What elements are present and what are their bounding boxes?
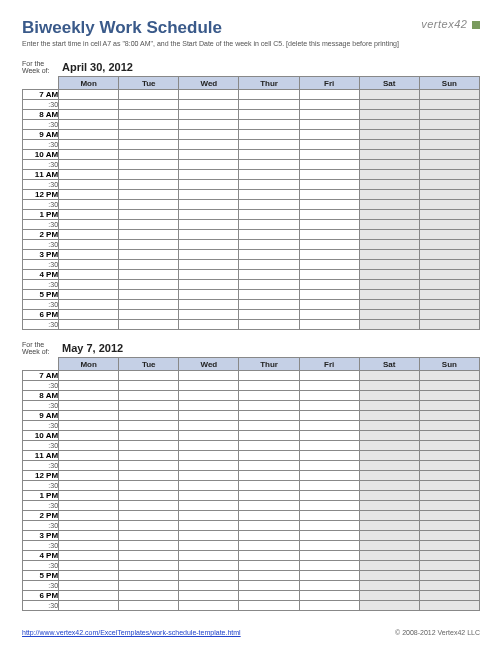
schedule-cell[interactable]: [59, 90, 119, 100]
schedule-cell[interactable]: [179, 561, 239, 571]
schedule-cell[interactable]: [179, 180, 239, 190]
schedule-cell[interactable]: [179, 100, 239, 110]
schedule-cell[interactable]: [359, 531, 419, 541]
schedule-cell[interactable]: [299, 130, 359, 140]
schedule-cell[interactable]: [239, 240, 299, 250]
schedule-cell[interactable]: [59, 120, 119, 130]
schedule-cell[interactable]: [119, 491, 179, 501]
schedule-cell[interactable]: [359, 250, 419, 260]
schedule-cell[interactable]: [239, 371, 299, 381]
schedule-cell[interactable]: [359, 280, 419, 290]
schedule-cell[interactable]: [59, 320, 119, 330]
schedule-cell[interactable]: [419, 120, 479, 130]
schedule-cell[interactable]: [179, 451, 239, 461]
schedule-cell[interactable]: [59, 601, 119, 611]
schedule-cell[interactable]: [299, 160, 359, 170]
schedule-cell[interactable]: [419, 290, 479, 300]
schedule-cell[interactable]: [119, 391, 179, 401]
schedule-cell[interactable]: [179, 571, 239, 581]
schedule-cell[interactable]: [59, 521, 119, 531]
schedule-cell[interactable]: [179, 120, 239, 130]
schedule-cell[interactable]: [239, 451, 299, 461]
schedule-cell[interactable]: [419, 381, 479, 391]
schedule-cell[interactable]: [359, 230, 419, 240]
schedule-cell[interactable]: [239, 320, 299, 330]
schedule-cell[interactable]: [239, 280, 299, 290]
schedule-cell[interactable]: [419, 511, 479, 521]
schedule-cell[interactable]: [299, 170, 359, 180]
schedule-cell[interactable]: [119, 270, 179, 280]
schedule-cell[interactable]: [119, 481, 179, 491]
schedule-cell[interactable]: [59, 210, 119, 220]
schedule-cell[interactable]: [119, 120, 179, 130]
schedule-cell[interactable]: [179, 270, 239, 280]
schedule-cell[interactable]: [59, 451, 119, 461]
schedule-cell[interactable]: [359, 511, 419, 521]
schedule-cell[interactable]: [179, 90, 239, 100]
schedule-cell[interactable]: [359, 320, 419, 330]
schedule-cell[interactable]: [239, 431, 299, 441]
schedule-cell[interactable]: [419, 421, 479, 431]
schedule-cell[interactable]: [179, 391, 239, 401]
schedule-cell[interactable]: [119, 551, 179, 561]
schedule-cell[interactable]: [239, 531, 299, 541]
schedule-cell[interactable]: [59, 571, 119, 581]
schedule-cell[interactable]: [59, 391, 119, 401]
schedule-cell[interactable]: [179, 260, 239, 270]
schedule-cell[interactable]: [299, 571, 359, 581]
schedule-cell[interactable]: [299, 310, 359, 320]
schedule-cell[interactable]: [119, 441, 179, 451]
schedule-cell[interactable]: [239, 100, 299, 110]
schedule-cell[interactable]: [299, 511, 359, 521]
schedule-cell[interactable]: [299, 230, 359, 240]
schedule-cell[interactable]: [359, 481, 419, 491]
schedule-cell[interactable]: [299, 491, 359, 501]
schedule-cell[interactable]: [299, 531, 359, 541]
schedule-cell[interactable]: [179, 551, 239, 561]
schedule-cell[interactable]: [359, 401, 419, 411]
schedule-cell[interactable]: [359, 130, 419, 140]
schedule-cell[interactable]: [59, 401, 119, 411]
schedule-cell[interactable]: [59, 531, 119, 541]
schedule-cell[interactable]: [59, 511, 119, 521]
schedule-cell[interactable]: [359, 310, 419, 320]
schedule-cell[interactable]: [59, 160, 119, 170]
schedule-cell[interactable]: [419, 571, 479, 581]
schedule-cell[interactable]: [179, 431, 239, 441]
schedule-cell[interactable]: [239, 561, 299, 571]
schedule-cell[interactable]: [419, 260, 479, 270]
schedule-cell[interactable]: [119, 320, 179, 330]
schedule-cell[interactable]: [419, 441, 479, 451]
schedule-cell[interactable]: [179, 250, 239, 260]
schedule-cell[interactable]: [119, 581, 179, 591]
template-link[interactable]: http://www.vertex42.com/ExcelTemplates/w…: [22, 629, 241, 636]
schedule-cell[interactable]: [299, 421, 359, 431]
schedule-cell[interactable]: [419, 491, 479, 501]
schedule-cell[interactable]: [239, 601, 299, 611]
schedule-cell[interactable]: [239, 581, 299, 591]
schedule-cell[interactable]: [119, 531, 179, 541]
schedule-cell[interactable]: [179, 300, 239, 310]
schedule-cell[interactable]: [179, 290, 239, 300]
schedule-cell[interactable]: [179, 240, 239, 250]
schedule-cell[interactable]: [179, 110, 239, 120]
schedule-cell[interactable]: [119, 601, 179, 611]
schedule-cell[interactable]: [359, 260, 419, 270]
schedule-cell[interactable]: [119, 230, 179, 240]
schedule-cell[interactable]: [119, 100, 179, 110]
schedule-cell[interactable]: [419, 220, 479, 230]
schedule-cell[interactable]: [179, 190, 239, 200]
schedule-cell[interactable]: [299, 461, 359, 471]
schedule-cell[interactable]: [239, 260, 299, 270]
schedule-cell[interactable]: [119, 160, 179, 170]
schedule-cell[interactable]: [179, 200, 239, 210]
schedule-cell[interactable]: [119, 471, 179, 481]
schedule-cell[interactable]: [119, 571, 179, 581]
schedule-cell[interactable]: [419, 320, 479, 330]
schedule-cell[interactable]: [419, 140, 479, 150]
schedule-cell[interactable]: [299, 100, 359, 110]
schedule-cell[interactable]: [239, 250, 299, 260]
schedule-cell[interactable]: [239, 521, 299, 531]
schedule-cell[interactable]: [179, 130, 239, 140]
schedule-cell[interactable]: [119, 381, 179, 391]
